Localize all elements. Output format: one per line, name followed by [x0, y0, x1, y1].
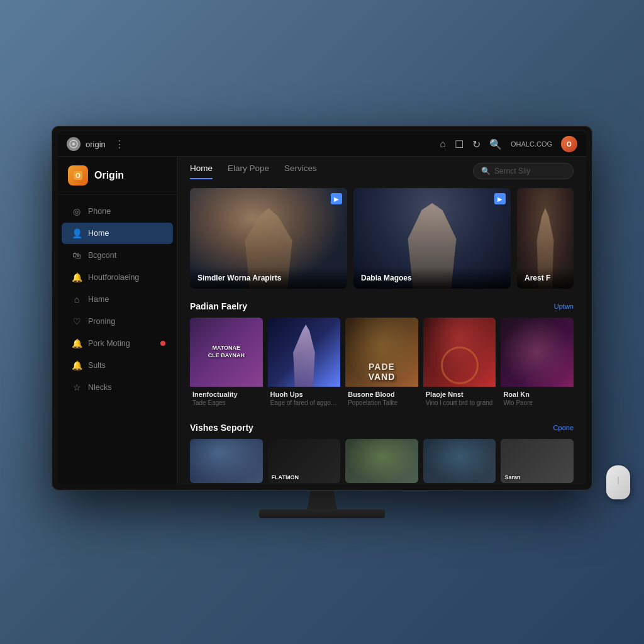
menu-dots-button[interactable]: ⋮: [111, 137, 128, 152]
sidebar-item-proning[interactable]: ♡ Proning: [62, 311, 173, 332]
sidebar-item-label: Bcgcont: [88, 251, 116, 260]
section-2-title: Vishes Seporty: [190, 423, 253, 433]
thumb-card-2[interactable]: [345, 439, 418, 483]
section-padian-faelry: Padian Faelry Uptwn MATONAECLE BAYNAH: [190, 301, 574, 410]
titlebar-avatar[interactable]: O: [561, 136, 577, 152]
media-card-title-2: Busone Blood: [348, 391, 416, 398]
sidebar-item-label: Home: [88, 229, 109, 238]
thumb-card-4[interactable]: Saran: [501, 439, 574, 483]
tab-services[interactable]: Services: [284, 164, 317, 179]
sidebar-item-home[interactable]: 👤 Home: [62, 223, 173, 244]
featured-card-1[interactable]: Dabla Magoes ▶: [353, 188, 511, 289]
sidebar-nav: ◎ Phone 👤 Home 🛍 Bcgcont 🔔: [58, 195, 177, 484]
mouse: [606, 465, 630, 499]
featured-card-overlay-1: Dabla Magoes: [353, 267, 511, 289]
bookmark-titlebar-icon[interactable]: ☐: [455, 138, 464, 150]
media-card-info-3: Plaoje Nnst Vino l court brd to grand: [423, 387, 496, 410]
media-card-sub-2: Popoelation Talite: [348, 399, 416, 406]
woman-silhouette: [286, 325, 322, 387]
sults-icon: 🔔: [72, 360, 82, 370]
tab-home[interactable]: Home: [190, 164, 213, 179]
media-card-img-4: [501, 318, 574, 387]
sidebar-item-label: Nlecks: [88, 383, 112, 392]
media-card-title-1: Huoh Ups: [270, 391, 338, 398]
svg-text:O: O: [75, 172, 80, 179]
featured-card-overlay-2: Arest F: [517, 267, 574, 289]
section-1-header: Padian Faelry Uptwn: [190, 301, 574, 311]
app-logo-icon: [67, 137, 80, 151]
content-tabs: Home Elary Pope Services: [190, 164, 317, 179]
sidebar-item-label: Proning: [88, 317, 115, 326]
sidebar-item-houtforolaeing[interactable]: 🔔 Houtforolaeing: [62, 267, 173, 288]
avatar-initial: O: [567, 141, 572, 148]
media-card-title-3: Plaoje Nnst: [426, 391, 494, 398]
thumb-card-1[interactable]: FLATMON: [268, 439, 341, 483]
search-input[interactable]: [494, 167, 564, 175]
sidebar-item-label: Phone: [88, 207, 111, 216]
heart-icon: ♡: [72, 316, 82, 326]
media-card-info-1: Huoh Ups Eage of fared of aggounttion...: [268, 387, 341, 410]
section-2-action[interactable]: Cpone: [553, 424, 574, 431]
media-card-3[interactable]: Plaoje Nnst Vino l court brd to grand: [423, 318, 496, 410]
search-bar[interactable]: 🔍: [473, 163, 574, 179]
media-card-img-1: [268, 318, 341, 387]
bell-icon: 🔔: [72, 272, 82, 282]
content-scroll[interactable]: Simdler Worna Arapirts ▶: [177, 179, 586, 484]
featured-card-overlay-0: Simdler Worna Arapirts: [190, 267, 347, 289]
monitor-stand-base: [259, 509, 385, 518]
thumb-row: FLATMON Saran: [190, 439, 574, 483]
phone-icon: ◎: [72, 206, 82, 216]
badge-icon-0: ▶: [334, 196, 339, 203]
media-card-1[interactable]: Huoh Ups Eage of fared of aggounttion...: [268, 318, 341, 410]
featured-card-title-1: Dabla Magoes: [361, 274, 503, 282]
home-titlebar-icon[interactable]: ⌂: [440, 138, 446, 150]
media-card-img-3: [423, 318, 496, 387]
media-card-info-2: Busone Blood Popoelation Talite: [345, 387, 418, 410]
thumb-card-3[interactable]: [423, 439, 496, 483]
featured-card-2[interactable]: Arest F: [517, 188, 574, 289]
sidebar-item-pork-moting[interactable]: 🔔 Pork Moting: [62, 333, 173, 354]
title-bar-right: ⌂ ☐ ↻ 🔍 OHALC.COG O: [440, 136, 577, 152]
sidebar: O Origin ◎ Phone 👤 Home: [58, 157, 177, 484]
featured-row: Simdler Worna Arapirts ▶: [190, 188, 574, 289]
cards-row-1: MATONAECLE BAYNAH Inenfoctuality Tade Ea…: [190, 318, 574, 410]
sidebar-logo-text: Origin: [94, 170, 124, 181]
media-card-info-0: Inenfoctuality Tade Eages: [190, 387, 263, 410]
media-card-4[interactable]: Roal Kn Wio Paore: [501, 318, 574, 410]
featured-card-title-2: Arest F: [525, 274, 566, 282]
section-2-header: Vishes Seporty Cpone: [190, 423, 574, 433]
sidebar-item-hame[interactable]: ⌂ Hame: [62, 289, 173, 310]
titlebar-username: OHALC.COG: [511, 140, 552, 148]
sidebar-item-nlecks[interactable]: ☆ Nlecks: [62, 377, 173, 398]
media-card-0[interactable]: MATONAECLE BAYNAH Inenfoctuality Tade Ea…: [190, 318, 263, 410]
media-card-sub-4: Wio Paore: [503, 399, 571, 406]
search-titlebar-icon[interactable]: 🔍: [489, 138, 502, 150]
section-1-title: Padian Faelry: [190, 301, 247, 311]
home-icon: ⌂: [72, 294, 82, 304]
sidebar-logo: O Origin: [58, 157, 177, 195]
media-card-title-0: Inenfoctuality: [192, 391, 260, 398]
media-card-img-0: MATONAECLE BAYNAH: [190, 318, 263, 387]
title-bar: origin ⋮ ⌂ ☐ ↻ 🔍 OHALC.COG O: [58, 132, 586, 157]
sidebar-logo-icon: O: [68, 165, 88, 186]
refresh-titlebar-icon[interactable]: ↻: [472, 138, 480, 150]
bag-icon: 🛍: [72, 250, 82, 260]
section-vishes-seporty: Vishes Seporty Cpone FLATMON: [190, 423, 574, 483]
media-card-2[interactable]: PADEVAND Busone Blood Popoelation Talite: [345, 318, 418, 410]
content-header: Home Elary Pope Services 🔍: [177, 157, 586, 179]
featured-card-0[interactable]: Simdler Worna Arapirts ▶: [190, 188, 347, 289]
badge-icon-1: ▶: [497, 196, 502, 203]
monitor-bezel: origin ⋮ ⌂ ☐ ↻ 🔍 OHALC.COG O: [52, 126, 592, 491]
media-card-sub-3: Vino l court brd to grand: [426, 399, 494, 406]
sidebar-item-bcgcont[interactable]: 🛍 Bcgcont: [62, 245, 173, 266]
media-card-sub-1: Eage of fared of aggounttion...: [270, 399, 338, 406]
featured-card-title-0: Simdler Worna Arapirts: [197, 274, 340, 282]
monitor-wrapper: origin ⋮ ⌂ ☐ ↻ 🔍 OHALC.COG O: [52, 126, 592, 518]
tab-elary-pope[interactable]: Elary Pope: [228, 164, 269, 179]
thumb-card-0[interactable]: [190, 439, 263, 483]
media-card-img-2: PADEVAND: [345, 318, 418, 387]
thumb-label-4: Saran: [504, 474, 520, 480]
sidebar-item-phone[interactable]: ◎ Phone: [62, 201, 173, 222]
sidebar-item-sults[interactable]: 🔔 Sults: [62, 355, 173, 376]
section-1-action[interactable]: Uptwn: [554, 303, 574, 310]
